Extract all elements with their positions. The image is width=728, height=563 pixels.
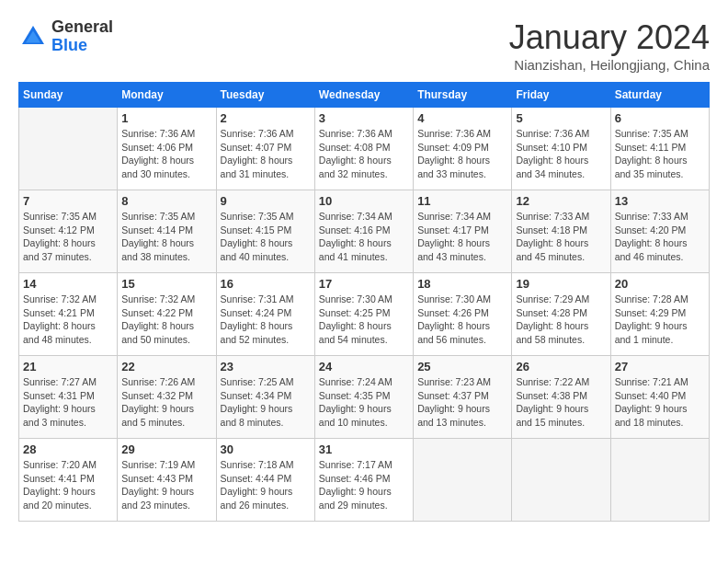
- calendar-cell: 8Sunrise: 7:35 AM Sunset: 4:14 PM Daylig…: [118, 190, 216, 273]
- day-number: 20: [615, 277, 705, 291]
- calendar-cell: 24Sunrise: 7:24 AM Sunset: 4:35 PM Dayli…: [314, 356, 413, 439]
- calendar-cell: 6Sunrise: 7:35 AM Sunset: 4:11 PM Daylig…: [610, 108, 709, 190]
- calendar-cell: 19Sunrise: 7:29 AM Sunset: 4:28 PM Dayli…: [512, 273, 610, 356]
- calendar-cell: 21Sunrise: 7:27 AM Sunset: 4:31 PM Dayli…: [19, 356, 118, 439]
- day-number: 29: [121, 442, 211, 456]
- day-number: 16: [221, 277, 311, 291]
- page-header: General Blue January 2024 Nianzishan, He…: [18, 18, 710, 73]
- calendar-week-4: 21Sunrise: 7:27 AM Sunset: 4:31 PM Dayli…: [19, 356, 710, 439]
- day-number: 18: [417, 277, 507, 291]
- calendar-week-1: 1Sunrise: 7:36 AM Sunset: 4:06 PM Daylig…: [19, 108, 710, 190]
- day-number: 6: [615, 111, 705, 125]
- day-number: 4: [417, 111, 507, 125]
- day-number: 28: [23, 442, 113, 456]
- calendar-table: SundayMondayTuesdayWednesdayThursdayFrid…: [18, 82, 710, 522]
- day-info: Sunrise: 7:25 AM Sunset: 4:34 PM Dayligh…: [221, 375, 311, 430]
- day-info: Sunrise: 7:24 AM Sunset: 4:35 PM Dayligh…: [319, 375, 409, 430]
- weekday-header-friday: Friday: [512, 83, 610, 108]
- weekday-header-tuesday: Tuesday: [216, 83, 314, 108]
- calendar-week-3: 14Sunrise: 7:32 AM Sunset: 4:21 PM Dayli…: [19, 273, 710, 356]
- weekday-header-saturday: Saturday: [610, 83, 709, 108]
- day-info: Sunrise: 7:18 AM Sunset: 4:44 PM Dayligh…: [221, 458, 311, 512]
- day-info: Sunrise: 7:26 AM Sunset: 4:32 PM Dayligh…: [121, 375, 211, 430]
- day-number: 8: [121, 194, 211, 208]
- calendar-cell: 30Sunrise: 7:18 AM Sunset: 4:44 PM Dayli…: [216, 439, 314, 522]
- weekday-header-sunday: Sunday: [19, 83, 118, 108]
- day-number: 7: [23, 194, 113, 208]
- calendar-cell: 23Sunrise: 7:25 AM Sunset: 4:34 PM Dayli…: [216, 356, 314, 439]
- day-number: 13: [615, 194, 705, 208]
- title-block: January 2024 Nianzishan, Heilongjiang, C…: [509, 18, 710, 73]
- calendar-cell: 26Sunrise: 7:22 AM Sunset: 4:38 PM Dayli…: [512, 356, 610, 439]
- day-info: Sunrise: 7:35 AM Sunset: 4:15 PM Dayligh…: [221, 210, 311, 264]
- day-info: Sunrise: 7:32 AM Sunset: 4:22 PM Dayligh…: [121, 293, 211, 347]
- calendar-cell: 17Sunrise: 7:30 AM Sunset: 4:25 PM Dayli…: [314, 273, 413, 356]
- logo-general: General: [51, 18, 113, 37]
- day-info: Sunrise: 7:22 AM Sunset: 4:38 PM Dayligh…: [516, 375, 606, 430]
- calendar-cell: 4Sunrise: 7:36 AM Sunset: 4:09 PM Daylig…: [414, 108, 512, 190]
- calendar-cell: 13Sunrise: 7:33 AM Sunset: 4:20 PM Dayli…: [610, 190, 709, 273]
- day-number: 26: [516, 360, 606, 373]
- calendar-cell: 3Sunrise: 7:36 AM Sunset: 4:08 PM Daylig…: [314, 108, 413, 190]
- calendar-cell: 22Sunrise: 7:26 AM Sunset: 4:32 PM Dayli…: [118, 356, 216, 439]
- calendar-cell: 25Sunrise: 7:23 AM Sunset: 4:37 PM Dayli…: [414, 356, 512, 439]
- day-number: 24: [319, 360, 409, 373]
- day-info: Sunrise: 7:27 AM Sunset: 4:31 PM Dayligh…: [23, 375, 113, 430]
- weekday-header-wednesday: Wednesday: [314, 83, 413, 108]
- day-info: Sunrise: 7:35 AM Sunset: 4:12 PM Dayligh…: [23, 210, 113, 264]
- day-number: 5: [516, 111, 606, 125]
- calendar-cell: 16Sunrise: 7:31 AM Sunset: 4:24 PM Dayli…: [216, 273, 314, 356]
- calendar-cell: 14Sunrise: 7:32 AM Sunset: 4:21 PM Dayli…: [19, 273, 118, 356]
- calendar-cell: 10Sunrise: 7:34 AM Sunset: 4:16 PM Dayli…: [314, 190, 413, 273]
- calendar-cell: 9Sunrise: 7:35 AM Sunset: 4:15 PM Daylig…: [216, 190, 314, 273]
- day-info: Sunrise: 7:20 AM Sunset: 4:41 PM Dayligh…: [23, 458, 113, 512]
- day-number: 3: [319, 111, 409, 125]
- weekday-header-row: SundayMondayTuesdayWednesdayThursdayFrid…: [19, 83, 710, 108]
- day-number: 21: [23, 360, 113, 373]
- day-info: Sunrise: 7:36 AM Sunset: 4:10 PM Dayligh…: [516, 127, 606, 181]
- day-info: Sunrise: 7:17 AM Sunset: 4:46 PM Dayligh…: [319, 458, 409, 512]
- calendar-cell: 7Sunrise: 7:35 AM Sunset: 4:12 PM Daylig…: [19, 190, 118, 273]
- month-title: January 2024: [509, 18, 710, 57]
- calendar-week-5: 28Sunrise: 7:20 AM Sunset: 4:41 PM Dayli…: [19, 439, 710, 522]
- day-number: 31: [319, 442, 409, 456]
- calendar-cell: 5Sunrise: 7:36 AM Sunset: 4:10 PM Daylig…: [512, 108, 610, 190]
- day-number: 23: [221, 360, 311, 373]
- day-info: Sunrise: 7:30 AM Sunset: 4:25 PM Dayligh…: [319, 293, 409, 347]
- day-number: 11: [417, 194, 507, 208]
- day-number: 12: [516, 194, 606, 208]
- calendar-cell: [512, 439, 610, 522]
- day-number: 17: [319, 277, 409, 291]
- weekday-header-monday: Monday: [118, 83, 216, 108]
- calendar-cell: 20Sunrise: 7:28 AM Sunset: 4:29 PM Dayli…: [610, 273, 709, 356]
- calendar-cell: 31Sunrise: 7:17 AM Sunset: 4:46 PM Dayli…: [314, 439, 413, 522]
- day-info: Sunrise: 7:36 AM Sunset: 4:07 PM Dayligh…: [221, 127, 311, 181]
- calendar-cell: 1Sunrise: 7:36 AM Sunset: 4:06 PM Daylig…: [118, 108, 216, 190]
- day-info: Sunrise: 7:32 AM Sunset: 4:21 PM Dayligh…: [23, 293, 113, 347]
- calendar-body: 1Sunrise: 7:36 AM Sunset: 4:06 PM Daylig…: [19, 108, 710, 522]
- day-info: Sunrise: 7:28 AM Sunset: 4:29 PM Dayligh…: [615, 293, 705, 347]
- logo-blue: Blue: [51, 37, 113, 55]
- calendar-header: SundayMondayTuesdayWednesdayThursdayFrid…: [19, 83, 710, 108]
- day-number: 27: [615, 360, 705, 373]
- day-info: Sunrise: 7:35 AM Sunset: 4:14 PM Dayligh…: [121, 210, 211, 264]
- calendar-cell: 15Sunrise: 7:32 AM Sunset: 4:22 PM Dayli…: [118, 273, 216, 356]
- day-number: 10: [319, 194, 409, 208]
- weekday-header-thursday: Thursday: [414, 83, 512, 108]
- day-number: 19: [516, 277, 606, 291]
- calendar-week-2: 7Sunrise: 7:35 AM Sunset: 4:12 PM Daylig…: [19, 190, 710, 273]
- day-info: Sunrise: 7:33 AM Sunset: 4:20 PM Dayligh…: [615, 210, 705, 264]
- day-info: Sunrise: 7:29 AM Sunset: 4:28 PM Dayligh…: [516, 293, 606, 347]
- calendar-cell: 18Sunrise: 7:30 AM Sunset: 4:26 PM Dayli…: [414, 273, 512, 356]
- day-number: 22: [121, 360, 211, 373]
- day-number: 2: [221, 111, 311, 125]
- day-info: Sunrise: 7:21 AM Sunset: 4:40 PM Dayligh…: [615, 375, 705, 430]
- day-info: Sunrise: 7:35 AM Sunset: 4:11 PM Dayligh…: [615, 127, 705, 181]
- calendar-cell: [610, 439, 709, 522]
- calendar-cell: 11Sunrise: 7:34 AM Sunset: 4:17 PM Dayli…: [414, 190, 512, 273]
- calendar-cell: [414, 439, 512, 522]
- day-number: 14: [23, 277, 113, 291]
- logo: General Blue: [18, 18, 113, 55]
- day-info: Sunrise: 7:31 AM Sunset: 4:24 PM Dayligh…: [221, 293, 311, 347]
- day-info: Sunrise: 7:33 AM Sunset: 4:18 PM Dayligh…: [516, 210, 606, 264]
